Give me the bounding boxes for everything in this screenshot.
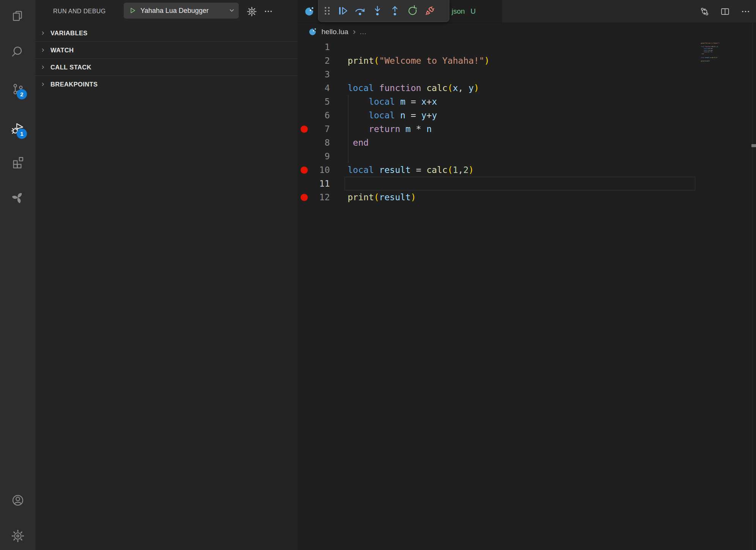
line-number[interactable]: 8: [311, 136, 330, 149]
glyph-margin[interactable]: [298, 40, 311, 54]
debug-restart-button[interactable]: [403, 2, 421, 20]
code-line-10[interactable]: 10local result = calc(1,2): [298, 163, 738, 177]
code-text: end: [330, 136, 369, 149]
code-line-8[interactable]: 8 end: [298, 136, 738, 149]
section-variables[interactable]: VARIABLES: [35, 25, 298, 42]
sidebar-run-and-debug: RUN AND DEBUG Yahaha Lua Debugger VARIAB…: [35, 0, 298, 550]
overview-cursor-marker: [751, 144, 756, 147]
chevron-down-icon: [228, 7, 236, 14]
continue-icon: [336, 5, 349, 17]
glyph-margin[interactable]: [298, 95, 311, 108]
step-over-icon: [354, 5, 366, 17]
code-line-1[interactable]: 1: [298, 40, 738, 54]
drag-handle-icon: [321, 5, 334, 17]
debug-continue-button[interactable]: [334, 2, 351, 20]
activity-bar-item-explorer[interactable]: [0, 2, 35, 30]
launch-config-dropdown[interactable]: Yahaha Lua Debugger: [124, 3, 239, 19]
section-breakpoints[interactable]: BREAKPOINTS: [35, 76, 298, 93]
activity-bar-item-extensions[interactable]: [0, 148, 35, 176]
activity-bar-item-settings[interactable]: [0, 522, 35, 550]
source-control-badge: 2: [17, 89, 27, 99]
breadcrumb-file[interactable]: hello.lua: [321, 28, 348, 36]
code-line-11[interactable]: 11: [298, 177, 738, 190]
tab-json-label: json: [452, 7, 465, 16]
account-icon: [11, 493, 25, 507]
line-number[interactable]: 3: [311, 68, 330, 81]
line-number[interactable]: 11: [311, 177, 330, 190]
section-watch[interactable]: WATCH: [35, 42, 298, 59]
step-into-icon: [371, 5, 384, 17]
breakpoint-icon[interactable]: [301, 194, 308, 201]
line-number[interactable]: 1: [311, 40, 330, 54]
debug-toolbar-drag-handle[interactable]: [321, 2, 334, 20]
views-more-actions-icon[interactable]: [263, 6, 274, 17]
code-line-3[interactable]: 3: [298, 68, 738, 81]
breadcrumb: hello.lua › …: [298, 23, 756, 41]
extensions-icon: [11, 156, 25, 169]
code-text: print(result): [330, 190, 416, 204]
line-number[interactable]: 10: [311, 163, 330, 177]
code-line-7[interactable]: 7 return m * n: [298, 122, 738, 136]
code-text: print("Welcome to Yahaha!"): [330, 54, 490, 68]
activity-bar-item-account[interactable]: [0, 486, 35, 514]
glyph-margin[interactable]: [298, 54, 311, 68]
restart-icon: [406, 5, 419, 17]
code-line-9[interactable]: 9: [298, 149, 738, 163]
debug-step-over-button[interactable]: [351, 2, 369, 20]
open-changes-icon[interactable]: [699, 6, 710, 17]
code-line-2[interactable]: 2print("Welcome to Yahaha!"): [298, 54, 738, 68]
code-text: local m = x+x: [330, 95, 437, 108]
glyph-margin[interactable]: [298, 81, 311, 95]
debug-settings-gear-icon[interactable]: [246, 6, 257, 17]
glyph-margin[interactable]: [298, 68, 311, 81]
glyph-margin[interactable]: [298, 136, 311, 149]
line-number[interactable]: 6: [311, 108, 330, 122]
settings-icon: [11, 529, 25, 543]
lua-file-icon: [304, 6, 315, 17]
code-text: local function calc(x, y): [330, 81, 479, 95]
activity-bar: 21: [0, 0, 35, 550]
glyph-margin[interactable]: [298, 190, 311, 204]
overview-ruler: [753, 23, 753, 550]
chevron-right-icon: [40, 47, 46, 53]
glyph-margin[interactable]: [298, 149, 311, 163]
code-line-5[interactable]: 5 local m = x+x: [298, 95, 738, 108]
section-label: VARIABLES: [50, 30, 88, 37]
split-editor-icon[interactable]: [720, 6, 730, 17]
code-line-6[interactable]: 6 local n = y+y: [298, 108, 738, 122]
section-call-stack[interactable]: CALL STACK: [35, 59, 298, 76]
debug-disconnect-button[interactable]: [421, 2, 438, 20]
code-text: local n = y+y: [330, 108, 437, 122]
line-number[interactable]: 2: [311, 54, 330, 68]
breakpoint-icon[interactable]: [301, 167, 308, 174]
breadcrumb-symbol-more[interactable]: …: [359, 28, 367, 36]
line-number[interactable]: 5: [311, 95, 330, 108]
glyph-margin[interactable]: [298, 122, 311, 136]
code-line-12[interactable]: 12print(result): [298, 190, 738, 204]
more-actions-icon[interactable]: [740, 6, 751, 17]
activity-bar-item-search[interactable]: [0, 38, 35, 66]
step-out-icon: [389, 5, 401, 17]
activity-bar-item-yahaha[interactable]: [0, 184, 35, 212]
debug-start-icon[interactable]: [128, 6, 137, 15]
line-number[interactable]: 12: [311, 190, 330, 204]
debug-step-into-button[interactable]: [369, 2, 386, 20]
line-number[interactable]: 7: [311, 122, 330, 136]
line-number[interactable]: 4: [311, 81, 330, 95]
code-text: local result = calc(1,2): [330, 163, 474, 177]
vscode-window: 21 RUN AND DEBUG Yahaha Lua Debugger VAR…: [0, 0, 756, 550]
disconnect-icon: [424, 5, 436, 17]
code-line-4[interactable]: 4local function calc(x, y): [298, 81, 738, 95]
breakpoint-icon[interactable]: [301, 126, 308, 133]
tab-json[interactable]: json U: [452, 0, 476, 23]
activity-bar-item-run-and-debug[interactable]: 1: [0, 115, 35, 143]
activity-bar-item-source-control[interactable]: 2: [0, 75, 35, 103]
minimap[interactable]: print("Welcome to Yahaha!") local functi…: [701, 41, 747, 69]
glyph-margin[interactable]: [298, 108, 311, 122]
debug-step-out-button[interactable]: [386, 2, 403, 20]
breadcrumb-separator-icon: ›: [353, 28, 356, 36]
glyph-margin[interactable]: [298, 163, 311, 177]
line-number[interactable]: 9: [311, 149, 330, 163]
chevron-right-icon: [40, 64, 46, 71]
glyph-margin[interactable]: [298, 177, 311, 190]
